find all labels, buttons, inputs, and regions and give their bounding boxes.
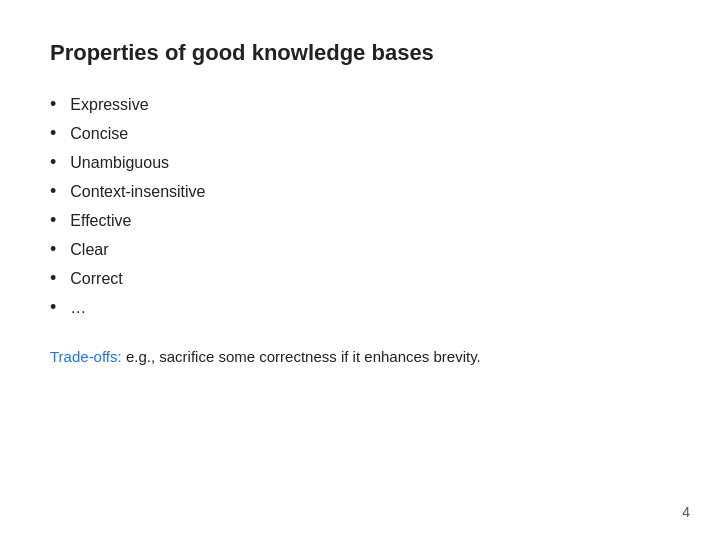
slide-title: Properties of good knowledge bases: [50, 40, 670, 66]
list-item: …: [50, 297, 670, 318]
list-item: Context-insensitive: [50, 181, 670, 202]
trade-offs-label: Trade-offs:: [50, 348, 122, 365]
slide: Properties of good knowledge bases Expre…: [0, 0, 720, 540]
list-item: Expressive: [50, 94, 670, 115]
trade-offs-paragraph: Trade-offs: e.g., sacrifice some correct…: [50, 348, 670, 365]
list-item: Effective: [50, 210, 670, 231]
trade-offs-text: e.g., sacrifice some correctness if it e…: [126, 348, 481, 365]
list-item: Clear: [50, 239, 670, 260]
list-item: Concise: [50, 123, 670, 144]
bullet-list: ExpressiveConciseUnambiguousContext-inse…: [50, 94, 670, 318]
list-item: Unambiguous: [50, 152, 670, 173]
list-item: Correct: [50, 268, 670, 289]
page-number: 4: [682, 504, 690, 520]
